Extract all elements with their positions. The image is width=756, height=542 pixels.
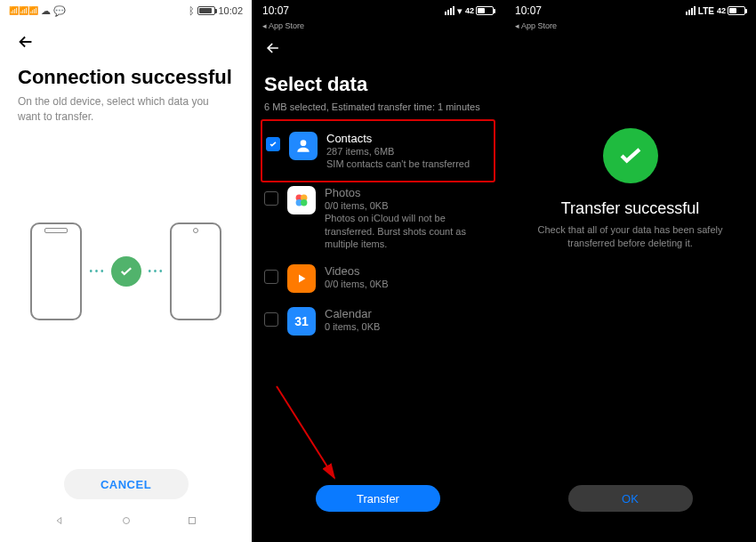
checkbox[interactable]	[264, 270, 278, 284]
dots-icon: • • •	[149, 266, 163, 276]
nav-home-icon[interactable]	[120, 514, 133, 530]
back-button[interactable]	[252, 30, 504, 69]
list-item-videos[interactable]: Videos 0/0 items, 0KB	[264, 257, 492, 300]
back-button[interactable]	[0, 21, 252, 66]
svg-point-2	[301, 140, 307, 146]
data-list: Contacts 287 items, 6MB SIM contacts can…	[252, 119, 504, 343]
breadcrumb[interactable]: ◂ App Store	[252, 21, 504, 30]
page-title: Transfer successful	[561, 199, 699, 218]
status-bar: 10:07 LTE 42	[504, 0, 756, 21]
nav-bar	[0, 510, 252, 535]
videos-icon	[287, 264, 316, 293]
checkbox[interactable]	[264, 191, 278, 206]
item-note: Photos on iCloud will not be transferred…	[325, 212, 492, 250]
item-title: Videos	[325, 264, 492, 278]
wifi-icon: ▾	[457, 5, 462, 17]
status-time: 10:07	[262, 4, 289, 17]
page-title: Connection successful	[0, 66, 252, 89]
screen-transfer-successful: 10:07 LTE 42 ◂ App Store Transfer succes…	[504, 0, 756, 542]
screen-select-data: 10:07 ▾ 42 ◂ App Store Select data 6 MB …	[252, 0, 504, 542]
dots-icon: • • •	[89, 266, 103, 276]
arrow-annotation	[268, 382, 348, 489]
network-label: LTE	[698, 6, 714, 16]
chat-icon: 💬	[53, 5, 66, 17]
item-note: SIM contacts can't be transferred	[326, 158, 490, 170]
status-time: 10:02	[218, 5, 243, 16]
breadcrumb[interactable]: ◂ App Store	[504, 21, 756, 30]
success-check-icon	[603, 128, 658, 183]
signal-icon	[686, 6, 696, 15]
battery-icon	[197, 6, 215, 15]
status-time: 10:07	[515, 4, 542, 17]
cancel-button[interactable]: CANCEL	[64, 469, 189, 499]
contacts-icon	[289, 132, 318, 160]
status-bar: 📶📶📶 ☁ 💬 ᛒ 10:02	[0, 0, 252, 21]
cloud-icon: ☁	[41, 5, 51, 17]
item-meta: 0/0 items, 0KB	[325, 200, 492, 211]
item-meta: 0 items, 0KB	[325, 321, 492, 332]
checkbox[interactable]	[264, 312, 278, 327]
item-title: Calendar	[325, 307, 492, 320]
old-phone-icon	[30, 222, 82, 320]
ok-button[interactable]: OK	[568, 485, 693, 512]
highlight-annotation: Contacts 287 items, 6MB SIM contacts can…	[261, 119, 495, 182]
list-item-photos[interactable]: Photos 0/0 items, 0KB Photos on iCloud w…	[264, 179, 492, 257]
page-subtitle: Check that all of your data has been saf…	[504, 223, 756, 251]
checkbox[interactable]	[266, 137, 280, 151]
photos-icon	[287, 186, 316, 214]
nav-recent-icon[interactable]	[186, 514, 198, 530]
list-item-contacts[interactable]: Contacts 287 items, 6MB SIM contacts can…	[266, 125, 490, 177]
transfer-button[interactable]: Transfer	[316, 485, 440, 512]
nav-back-icon[interactable]	[53, 514, 66, 530]
list-item-calendar[interactable]: 31 Calendar 0 items, 0KB	[264, 300, 492, 343]
battery-icon: 42	[717, 6, 745, 15]
svg-rect-1	[189, 518, 195, 524]
signal-icon	[445, 6, 454, 15]
item-meta: 0/0 items, 0KB	[325, 279, 492, 289]
item-title: Photos	[325, 186, 492, 199]
svg-point-6	[301, 199, 307, 206]
bluetooth-icon: ᛒ	[189, 5, 195, 16]
svg-point-0	[123, 518, 129, 524]
item-title: Contacts	[326, 132, 490, 145]
screen-connection-successful: 📶📶📶 ☁ 💬 ᛒ 10:02 Connection successful On…	[0, 0, 252, 542]
item-meta: 287 items, 6MB	[326, 146, 490, 157]
signal-icon: 📶📶📶	[9, 6, 38, 15]
battery-icon: 42	[465, 6, 494, 15]
new-phone-icon	[170, 222, 221, 320]
connection-diagram: • • • • • •	[0, 222, 252, 320]
status-bar: 10:07 ▾ 42	[252, 0, 504, 21]
check-icon	[111, 256, 141, 287]
page-subtitle: On the old device, select which data you…	[0, 89, 252, 125]
page-title: Select data	[252, 69, 504, 101]
calendar-icon: 31	[287, 307, 316, 336]
